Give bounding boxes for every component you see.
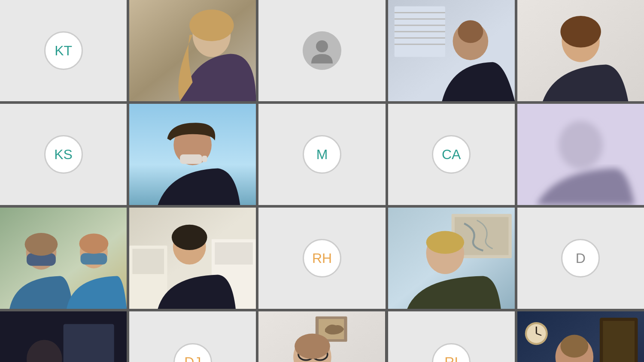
row-1: KT xyxy=(0,0,644,101)
cell-blond-man xyxy=(388,208,515,309)
avatar-m: M xyxy=(303,135,341,174)
video-woman2 xyxy=(129,104,256,205)
video-blurred xyxy=(517,104,644,205)
svg-rect-44 xyxy=(64,324,114,362)
cell-dj: DJ xyxy=(129,311,256,362)
generic-avatar xyxy=(303,31,341,70)
avatar-ri: RI xyxy=(432,343,471,362)
cell-d: D xyxy=(517,208,644,309)
cell-masked-women xyxy=(0,208,127,309)
video-young-woman xyxy=(517,0,644,101)
avatar-kt: KT xyxy=(44,31,83,70)
video-dark-room xyxy=(0,311,127,362)
svg-point-42 xyxy=(426,231,464,254)
cell-man-office xyxy=(388,0,515,101)
video-masked-women xyxy=(0,208,127,309)
svg-rect-35 xyxy=(215,242,253,265)
row-3: RH xyxy=(0,208,644,309)
svg-point-4 xyxy=(316,40,328,52)
cell-blurred xyxy=(517,104,644,205)
svg-point-23 xyxy=(559,121,603,169)
svg-point-37 xyxy=(172,225,207,250)
cell-ks: KS xyxy=(0,104,127,205)
svg-point-14 xyxy=(458,20,483,43)
avatar-rh: RH xyxy=(303,239,341,278)
cell-woman2 xyxy=(129,104,256,205)
avatar-ks: KS xyxy=(44,135,83,174)
video-blond-man xyxy=(388,208,515,309)
person-icon xyxy=(309,38,335,63)
cell-man-dark xyxy=(517,311,644,362)
video-woman1 xyxy=(129,0,256,101)
row-4: DJ xyxy=(0,311,644,362)
svg-point-3 xyxy=(189,9,234,41)
cell-woman1 xyxy=(129,0,256,101)
cell-kitchen-woman xyxy=(129,208,256,309)
cell-generic xyxy=(258,0,385,101)
video-conference-grid: KT xyxy=(0,0,644,362)
svg-point-30 xyxy=(79,234,109,254)
svg-rect-20 xyxy=(180,154,202,164)
cell-woman-glasses xyxy=(258,311,385,362)
video-man-office xyxy=(388,0,515,101)
avatar-ca: CA xyxy=(432,135,471,174)
cell-m: M xyxy=(258,104,385,205)
cell-ri: RI xyxy=(388,311,515,362)
cell-kt: KT xyxy=(0,0,127,101)
video-kitchen-woman xyxy=(129,208,256,309)
cell-rh: RH xyxy=(258,208,385,309)
avatar-d: D xyxy=(561,239,600,278)
svg-point-53 xyxy=(295,334,331,359)
cell-ca: CA xyxy=(388,104,515,205)
svg-rect-21 xyxy=(202,156,207,162)
avatar-dj: DJ xyxy=(173,343,212,362)
video-woman-glasses xyxy=(258,311,385,362)
svg-point-62 xyxy=(560,335,588,358)
svg-point-27 xyxy=(25,233,58,256)
cell-young-woman xyxy=(517,0,644,101)
cell-dark-room xyxy=(0,311,127,362)
svg-rect-33 xyxy=(133,249,164,274)
svg-point-17 xyxy=(560,16,601,48)
row-2: KS M xyxy=(0,104,644,205)
video-man-dark xyxy=(517,311,644,362)
svg-rect-29 xyxy=(80,253,107,265)
svg-rect-56 xyxy=(603,321,635,362)
